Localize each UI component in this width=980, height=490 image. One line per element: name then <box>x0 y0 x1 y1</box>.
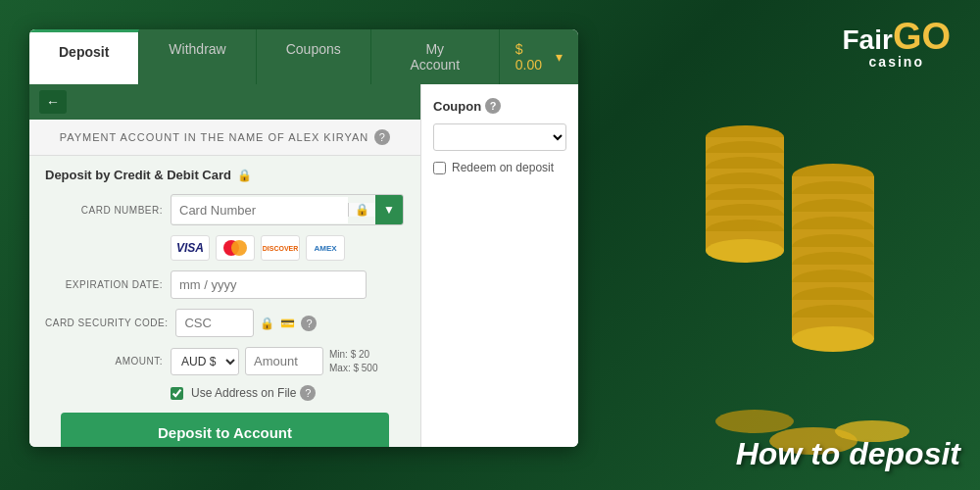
csc-card-icon: 💳 <box>280 317 295 330</box>
csc-lock-icon: 🔒 <box>260 317 274 330</box>
redeem-label: Redeem on deposit <box>452 161 554 174</box>
expiry-label: EXPIRATION DATE: <box>45 279 163 290</box>
svg-point-47 <box>792 326 874 352</box>
discover-logo: DISCOVER <box>261 235 300 261</box>
logo-casino: casino <box>843 55 951 69</box>
card-logos: VISA DISCOVER AMEX <box>171 235 405 261</box>
main-panel: Deposit Withdraw Coupons My Account $ 0.… <box>29 29 578 447</box>
address-checkbox[interactable] <box>171 387 183 400</box>
tab-deposit[interactable]: Deposit <box>29 29 139 84</box>
card-number-label: CARD NUMBER: <box>45 205 163 216</box>
section-title: Deposit by Credit & Debit Card 🔒 <box>45 168 405 182</box>
address-label-text: Use Address on File <box>191 386 296 400</box>
payment-header-text: PAYMENT ACCOUNT IN THE NAME OF ALEX KIRY… <box>60 131 369 143</box>
form-area: ← PAYMENT ACCOUNT IN THE NAME OF ALEX KI… <box>29 84 421 447</box>
svg-point-49 <box>715 410 794 433</box>
coupon-title-text: Coupon <box>433 99 481 114</box>
coupon-area: Coupon ? Redeem on deposit <box>421 84 578 447</box>
tabs-bar: Deposit Withdraw Coupons My Account $ 0.… <box>29 29 578 84</box>
coins-decoration <box>676 49 931 461</box>
visa-logo: VISA <box>171 235 210 261</box>
amex-logo: AMEX <box>306 235 345 261</box>
logo-go: GO <box>893 16 951 57</box>
amount-wrapper: AUD $ USD $ EUR € Min: $ 20 Max: $ 500 <box>171 347 377 375</box>
balance-dropdown-icon: ▾ <box>556 49 563 65</box>
back-button[interactable]: ← <box>39 90 67 114</box>
csc-label: CARD SECURITY CODE: <box>45 318 168 328</box>
coupon-title: Coupon ? <box>433 98 566 114</box>
card-dropdown-arrow[interactable]: ▼ <box>375 195 403 224</box>
address-help-icon[interactable]: ? <box>300 385 316 401</box>
deposit-button[interactable]: Deposit to Account <box>61 413 389 447</box>
mastercard-logo <box>216 235 255 261</box>
amount-hint: Min: $ 20 Max: $ 500 <box>329 348 377 375</box>
address-checkbox-label: Use Address on File ? <box>191 385 316 401</box>
svg-point-52 <box>231 240 247 256</box>
balance-display[interactable]: $ 0.00 ▾ <box>500 29 578 84</box>
balance-amount: $ 0.00 <box>515 41 552 73</box>
address-checkbox-row: Use Address on File ? <box>171 385 405 401</box>
tab-coupons[interactable]: Coupons <box>257 29 371 84</box>
payment-header: PAYMENT ACCOUNT IN THE NAME OF ALEX KIRY… <box>29 120 420 156</box>
redeem-row: Redeem on deposit <box>433 161 566 174</box>
csc-input[interactable] <box>175 309 254 337</box>
amount-input[interactable] <box>245 347 323 375</box>
back-btn-row: ← <box>29 84 420 120</box>
lock-icon: 🔒 <box>237 169 252 182</box>
redeem-checkbox[interactable] <box>433 162 446 174</box>
how-to-deposit-text: How to deposit <box>736 436 960 472</box>
expiry-row: EXPIRATION DATE: <box>45 270 405 299</box>
logo: FairGO casino <box>843 18 951 69</box>
payment-help-icon[interactable]: ? <box>374 129 390 145</box>
svg-point-20 <box>706 239 784 263</box>
section-title-text: Deposit by Credit & Debit Card <box>45 168 231 182</box>
panel-body: ← PAYMENT ACCOUNT IN THE NAME OF ALEX KI… <box>29 84 578 447</box>
tab-myaccount[interactable]: My Account <box>371 29 500 84</box>
currency-select[interactable]: AUD $ USD $ EUR € <box>171 348 239 375</box>
card-lock-icon: 🔒 <box>348 203 375 217</box>
card-number-input-wrapper: 🔒 ▼ <box>171 194 404 225</box>
csc-wrapper: 🔒 💳 ? <box>175 309 317 337</box>
card-number-input[interactable] <box>172 197 348 223</box>
csc-row: CARD SECURITY CODE: 🔒 💳 ? <box>45 309 405 337</box>
amount-label: AMOUNT: <box>45 356 163 367</box>
coupon-select[interactable] <box>433 123 566 151</box>
csc-help-icon[interactable]: ? <box>301 316 317 331</box>
coupon-help-icon[interactable]: ? <box>485 98 501 114</box>
card-number-row: CARD NUMBER: 🔒 ▼ <box>45 194 405 225</box>
amount-row: AMOUNT: AUD $ USD $ EUR € Min: $ 20 Max:… <box>45 347 405 375</box>
amount-hint-max: Max: $ 500 <box>329 362 377 375</box>
logo-fair: Fair <box>843 24 893 55</box>
tab-withdraw[interactable]: Withdraw <box>139 29 256 84</box>
amount-hint-min: Min: $ 20 <box>329 348 377 362</box>
expiry-input[interactable] <box>171 270 367 299</box>
form-content: Deposit by Credit & Debit Card 🔒 CARD NU… <box>29 156 420 447</box>
